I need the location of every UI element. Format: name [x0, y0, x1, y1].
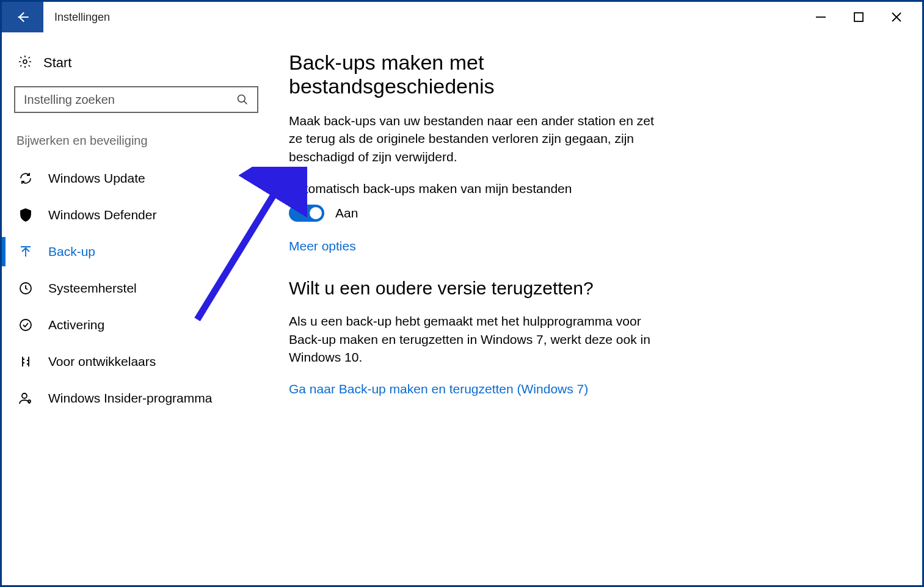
restore-heading: Wilt u een oudere versie terugzetten?: [289, 278, 686, 299]
sidebar-item-label: Windows Defender: [48, 208, 156, 222]
sidebar-item-label: Windows Update: [48, 171, 145, 186]
toggle-row: Aan: [289, 205, 686, 222]
sidebar-item-activering[interactable]: Activering: [14, 307, 271, 343]
restore-description: Als u een back-up hebt gemaakt met het h…: [289, 312, 661, 366]
content: Start Bijwerken en beveiliging Windows U…: [2, 32, 922, 585]
search-icon: [236, 93, 249, 106]
arrow-left-icon: [15, 9, 31, 25]
titlebar: Instellingen: [2, 2, 922, 32]
sidebar-item-label: Voor ontwikkelaars: [48, 354, 156, 369]
sidebar-item-ontwikkelaars[interactable]: Voor ontwikkelaars: [14, 343, 271, 380]
upload-icon: [18, 244, 34, 260]
window-controls: [813, 2, 922, 32]
search-box[interactable]: [14, 86, 258, 113]
backup-description: Maak back-ups van uw bestanden naar een …: [289, 112, 661, 166]
sidebar-item-windows-update[interactable]: Windows Update: [14, 160, 271, 197]
more-options-link[interactable]: Meer opties: [289, 239, 356, 253]
minimize-icon: [813, 10, 828, 24]
auto-backup-toggle[interactable]: [289, 205, 324, 222]
sidebar-item-backup[interactable]: Back-up: [14, 233, 271, 270]
sidebar-item-windows-defender[interactable]: Windows Defender: [14, 197, 271, 233]
svg-rect-0: [854, 13, 863, 21]
svg-point-1: [23, 60, 27, 64]
svg-point-2: [238, 95, 246, 103]
user-icon: [18, 390, 34, 406]
sync-icon: [18, 170, 34, 186]
check-circle-icon: [18, 317, 34, 333]
svg-point-4: [20, 319, 31, 330]
sidebar-start[interactable]: Start: [14, 51, 271, 86]
close-icon: [889, 10, 904, 24]
close-button[interactable]: [889, 10, 904, 24]
svg-point-6: [28, 400, 31, 403]
gear-icon: [18, 54, 32, 71]
windows7-backup-link[interactable]: Ga naar Back-up maken en terugzetten (Wi…: [289, 382, 588, 396]
shield-icon: [18, 207, 34, 223]
sidebar-item-label: Systeemherstel: [48, 281, 137, 296]
search-input[interactable]: [24, 93, 236, 107]
sidebar-item-insider[interactable]: Windows Insider-programma: [14, 380, 271, 417]
minimize-button[interactable]: [813, 10, 828, 24]
sidebar-start-label: Start: [43, 55, 71, 71]
sidebar-item-label: Back-up: [48, 244, 95, 259]
maximize-button[interactable]: [851, 10, 866, 24]
svg-point-5: [22, 393, 27, 398]
tools-icon: [18, 354, 34, 370]
toggle-knob: [310, 207, 322, 219]
page-heading: Back-ups maken met bestandsgeschiedenis: [289, 51, 686, 98]
main-panel: Back-ups maken met bestandsgeschiedenis …: [271, 51, 710, 585]
sidebar-item-label: Activering: [48, 318, 104, 332]
maximize-icon: [851, 10, 866, 24]
history-icon: [18, 280, 34, 296]
toggle-label: Automatisch back-ups maken van mijn best…: [289, 181, 686, 196]
sidebar-item-systeemherstel[interactable]: Systeemherstel: [14, 270, 271, 307]
sidebar-category: Bijwerken en beveiliging: [14, 113, 271, 160]
window-title: Instellingen: [43, 2, 813, 32]
sidebar-item-label: Windows Insider-programma: [48, 391, 212, 406]
toggle-state: Aan: [335, 206, 358, 221]
sidebar: Start Bijwerken en beveiliging Windows U…: [2, 51, 271, 585]
back-button[interactable]: [2, 2, 43, 32]
